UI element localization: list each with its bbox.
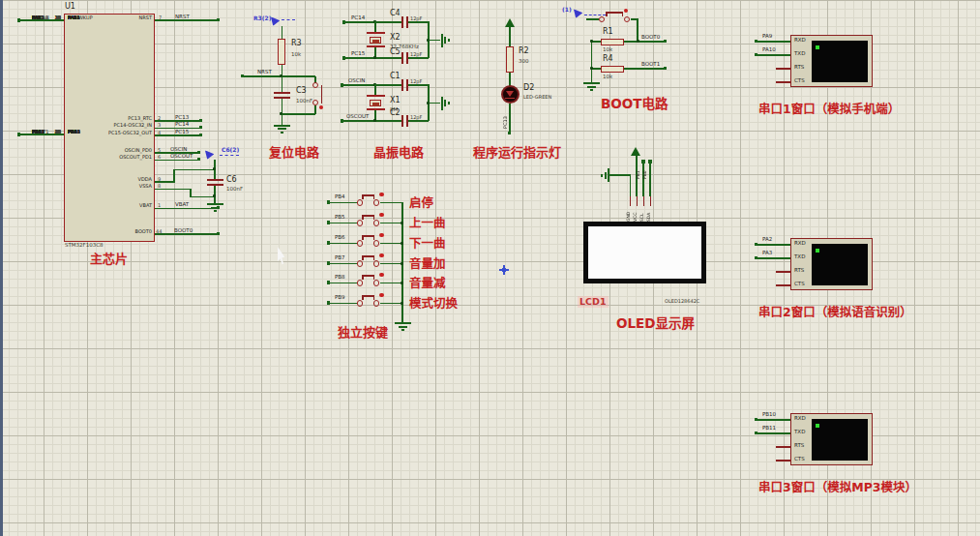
reset-button[interactable] (312, 82, 319, 89)
button-caption: 启停 (409, 196, 433, 210)
capacitor[interactable] (401, 16, 409, 28)
resistor[interactable] (601, 39, 624, 45)
capacitor-value: 100nF (296, 99, 312, 104)
crystal[interactable] (367, 95, 385, 110)
virtual-terminal-screen[interactable] (812, 41, 868, 82)
pin-number: 28 (45, 130, 61, 134)
button-contact[interactable] (373, 220, 380, 226)
marker-dot (379, 253, 384, 258)
port-pin-label: RXD (794, 241, 806, 247)
capacitor[interactable] (274, 92, 290, 99)
pin-name: PC14-OSC32_IN (97, 123, 152, 128)
button-contact[interactable] (357, 300, 364, 307)
virtual-terminal-screen[interactable] (812, 244, 868, 285)
oled-screen[interactable] (583, 222, 706, 283)
wire (624, 68, 665, 70)
wire (757, 419, 790, 421)
probe-label: (1) (562, 6, 572, 13)
button-contact[interactable] (373, 260, 380, 267)
resistor[interactable] (601, 66, 624, 73)
port-pin-label: RXD (794, 38, 806, 44)
voltage-probe-icon[interactable] (203, 150, 214, 161)
port-pin-label: CTS (794, 78, 805, 84)
net-label: PB9 (335, 295, 345, 301)
capacitor[interactable] (401, 115, 409, 127)
crystal-ref: X2 (390, 34, 401, 42)
probe-dash (220, 155, 239, 156)
pin-number: 38 (45, 15, 61, 20)
ground-symbol (274, 125, 290, 134)
chip-ref: U1 (65, 3, 75, 11)
led-ref: D2 (523, 84, 534, 92)
wire (155, 160, 198, 162)
net-label: PB1 (637, 165, 641, 179)
resistor[interactable] (506, 46, 514, 73)
crystal[interactable] (367, 32, 385, 47)
pin-stub (776, 284, 790, 285)
section-caption: 串口2窗口（模拟语音识别） (758, 306, 912, 319)
capacitor-ref: C5 (390, 48, 401, 56)
button-contact[interactable] (357, 260, 364, 267)
probe-dash (282, 19, 295, 20)
marker-dot (624, 9, 629, 14)
marker-dot (319, 105, 324, 110)
push-button-row[interactable]: PB4 启停 (319, 189, 774, 210)
oled-pin-label: GND (627, 206, 632, 222)
section-caption: 晶振电路 (373, 146, 424, 160)
terminal-cursor-dot (816, 249, 819, 253)
pin-number: 44 (156, 228, 162, 234)
button-contact[interactable] (357, 280, 364, 286)
capacitor[interactable] (207, 179, 223, 186)
push-button-row[interactable]: PB9 模式切换 (319, 289, 774, 311)
probe-dash (584, 15, 606, 15)
button-contact[interactable] (373, 280, 380, 286)
button-contact[interactable] (357, 199, 364, 206)
schematic-canvas[interactable]: U1 PA0 10 PA0-WKUP PA1 11 PA1 PA2 12 PA2… (0, 0, 980, 536)
boot-switch[interactable] (599, 16, 606, 23)
wire (282, 113, 315, 115)
net-label: PB0 (643, 165, 648, 179)
wire (429, 40, 440, 42)
shape (281, 132, 283, 134)
net-label: PC13 (175, 114, 189, 120)
ground-symbol (583, 82, 600, 92)
boot-switch[interactable] (624, 16, 631, 23)
resistor-ref: R2 (519, 47, 529, 55)
net-label: NRST (257, 69, 272, 74)
pin-stub (776, 460, 790, 461)
wire (408, 21, 429, 23)
button-contact[interactable] (373, 300, 380, 307)
virtual-terminal-screen[interactable] (812, 419, 868, 461)
button-contact[interactable] (373, 240, 380, 247)
wire (509, 27, 511, 46)
marker-dot (379, 193, 384, 197)
capacitor[interactable] (401, 79, 409, 91)
button-caption: 音量减 (409, 277, 446, 290)
mouse-cursor (278, 247, 290, 265)
wire (509, 73, 511, 86)
led[interactable] (501, 85, 520, 104)
pin-name: NRST (97, 15, 152, 20)
button-contact[interactable] (357, 240, 364, 247)
net-label: OSCIN (348, 77, 365, 83)
button-contact[interactable] (357, 220, 364, 226)
wire (282, 76, 283, 92)
port-pin-label: TXD (794, 51, 805, 57)
pin-name: PC15-OSC32_OUT (97, 131, 152, 135)
wire (329, 223, 357, 224)
button-bar (362, 194, 374, 196)
voltage-probe-icon[interactable] (572, 9, 582, 19)
capacitor[interactable] (401, 52, 409, 64)
pin-name: BOOT0 (97, 229, 152, 234)
resistor-value: 10k (603, 47, 612, 53)
net-label: PC15 (351, 50, 365, 56)
pin-number: 3 (158, 122, 161, 128)
wire (757, 432, 790, 434)
button-contact[interactable] (373, 199, 380, 206)
section-caption: 串口3窗口（模拟MP3模块） (758, 481, 917, 494)
wire (649, 164, 651, 197)
chip-caption: 主芯片 (90, 253, 128, 266)
pin-name: PC13_RTC (97, 116, 152, 121)
pin-number: 1 (158, 202, 161, 208)
resistor[interactable] (278, 39, 285, 65)
